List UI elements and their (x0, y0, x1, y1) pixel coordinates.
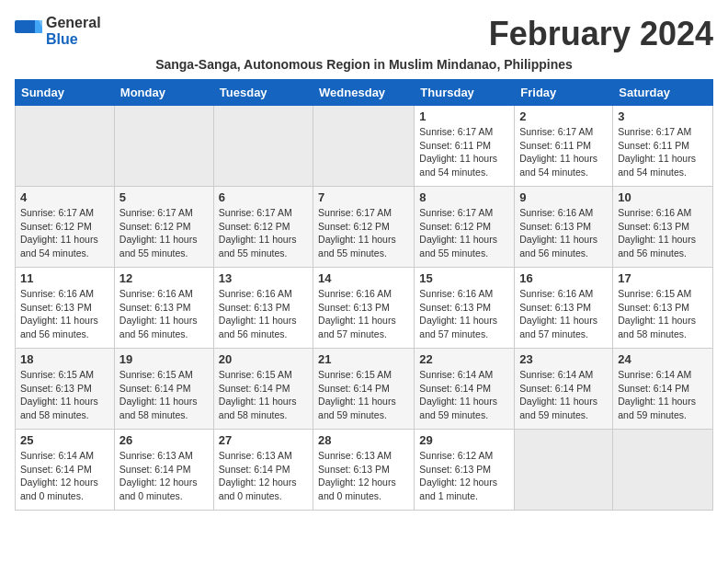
day-number: 12 (119, 271, 209, 285)
column-header-sunday: Sunday (16, 80, 115, 106)
day-info: Sunrise: 6:17 AM Sunset: 6:11 PM Dayligh… (519, 125, 608, 179)
calendar-cell: 7Sunrise: 6:17 AM Sunset: 6:12 PM Daylig… (313, 187, 415, 268)
day-number: 29 (419, 433, 509, 447)
day-info: Sunrise: 6:17 AM Sunset: 6:12 PM Dayligh… (119, 206, 209, 260)
day-info: Sunrise: 6:17 AM Sunset: 6:11 PM Dayligh… (618, 125, 708, 179)
day-number: 13 (219, 271, 308, 285)
calendar-cell (515, 430, 613, 511)
calendar-cell: 28Sunrise: 6:13 AM Sunset: 6:13 PM Dayli… (313, 430, 415, 511)
column-header-thursday: Thursday (415, 80, 515, 106)
day-info: Sunrise: 6:17 AM Sunset: 6:12 PM Dayligh… (419, 206, 509, 260)
day-info: Sunrise: 6:17 AM Sunset: 6:11 PM Dayligh… (419, 125, 509, 179)
logo-icon (15, 20, 42, 42)
day-number: 4 (20, 190, 109, 204)
day-number: 28 (318, 433, 409, 447)
day-number: 23 (519, 352, 608, 366)
calendar-cell: 15Sunrise: 6:16 AM Sunset: 6:13 PM Dayli… (415, 268, 515, 349)
column-header-friday: Friday (515, 80, 613, 106)
calendar-cell: 10Sunrise: 6:16 AM Sunset: 6:13 PM Dayli… (613, 187, 713, 268)
day-info: Sunrise: 6:14 AM Sunset: 6:14 PM Dayligh… (618, 368, 708, 422)
day-number: 10 (618, 190, 708, 204)
calendar-cell: 21Sunrise: 6:15 AM Sunset: 6:14 PM Dayli… (313, 349, 415, 430)
day-number: 14 (318, 271, 409, 285)
day-number: 15 (419, 271, 509, 285)
day-info: Sunrise: 6:15 AM Sunset: 6:13 PM Dayligh… (618, 287, 708, 341)
day-info: Sunrise: 6:16 AM Sunset: 6:13 PM Dayligh… (519, 287, 608, 341)
day-info: Sunrise: 6:13 AM Sunset: 6:14 PM Dayligh… (219, 449, 308, 503)
column-header-saturday: Saturday (613, 80, 713, 106)
day-number: 25 (20, 433, 109, 447)
day-info: Sunrise: 6:16 AM Sunset: 6:13 PM Dayligh… (119, 287, 209, 341)
day-info: Sunrise: 6:17 AM Sunset: 6:12 PM Dayligh… (318, 206, 409, 260)
week-row: 18Sunrise: 6:15 AM Sunset: 6:13 PM Dayli… (16, 349, 713, 430)
week-row: 11Sunrise: 6:16 AM Sunset: 6:13 PM Dayli… (16, 268, 713, 349)
day-info: Sunrise: 6:16 AM Sunset: 6:13 PM Dayligh… (318, 287, 409, 341)
day-number: 26 (119, 433, 209, 447)
calendar-cell: 4Sunrise: 6:17 AM Sunset: 6:12 PM Daylig… (16, 187, 115, 268)
calendar-cell: 16Sunrise: 6:16 AM Sunset: 6:13 PM Dayli… (515, 268, 613, 349)
day-number: 18 (20, 352, 109, 366)
calendar-cell: 9Sunrise: 6:16 AM Sunset: 6:13 PM Daylig… (515, 187, 613, 268)
day-info: Sunrise: 6:16 AM Sunset: 6:13 PM Dayligh… (618, 206, 708, 260)
calendar-table: SundayMondayTuesdayWednesdayThursdayFrid… (15, 79, 713, 511)
day-number: 16 (519, 271, 608, 285)
day-number: 19 (119, 352, 209, 366)
calendar-cell: 26Sunrise: 6:13 AM Sunset: 6:14 PM Dayli… (114, 430, 213, 511)
logo: General Blue (15, 15, 101, 47)
day-number: 6 (219, 190, 308, 204)
day-info: Sunrise: 6:17 AM Sunset: 6:12 PM Dayligh… (20, 206, 109, 260)
day-info: Sunrise: 6:13 AM Sunset: 6:14 PM Dayligh… (119, 449, 209, 503)
day-info: Sunrise: 6:15 AM Sunset: 6:14 PM Dayligh… (219, 368, 308, 422)
calendar-cell: 23Sunrise: 6:14 AM Sunset: 6:14 PM Dayli… (515, 349, 613, 430)
day-info: Sunrise: 6:15 AM Sunset: 6:14 PM Dayligh… (119, 368, 209, 422)
week-row: 4Sunrise: 6:17 AM Sunset: 6:12 PM Daylig… (16, 187, 713, 268)
calendar-cell: 27Sunrise: 6:13 AM Sunset: 6:14 PM Dayli… (213, 430, 313, 511)
day-number: 9 (519, 190, 608, 204)
day-info: Sunrise: 6:16 AM Sunset: 6:13 PM Dayligh… (419, 287, 509, 341)
calendar-header: SundayMondayTuesdayWednesdayThursdayFrid… (16, 80, 713, 106)
calendar-subtitle: Sanga-Sanga, Autonomous Region in Muslim… (15, 57, 713, 72)
day-info: Sunrise: 6:14 AM Sunset: 6:14 PM Dayligh… (519, 368, 608, 422)
week-row: 25Sunrise: 6:14 AM Sunset: 6:14 PM Dayli… (16, 430, 713, 511)
calendar-cell: 18Sunrise: 6:15 AM Sunset: 6:13 PM Dayli… (16, 349, 115, 430)
day-number: 5 (119, 190, 209, 204)
day-number: 27 (219, 433, 308, 447)
calendar-cell: 20Sunrise: 6:15 AM Sunset: 6:14 PM Dayli… (213, 349, 313, 430)
day-number: 11 (20, 271, 109, 285)
calendar-cell: 3Sunrise: 6:17 AM Sunset: 6:11 PM Daylig… (613, 106, 713, 187)
page-header: General Blue February 2024 (15, 15, 713, 53)
day-number: 2 (519, 109, 608, 123)
calendar-cell: 13Sunrise: 6:16 AM Sunset: 6:13 PM Dayli… (213, 268, 313, 349)
day-number: 3 (618, 109, 708, 123)
week-row: 1Sunrise: 6:17 AM Sunset: 6:11 PM Daylig… (16, 106, 713, 187)
calendar-cell: 29Sunrise: 6:12 AM Sunset: 6:13 PM Dayli… (415, 430, 515, 511)
calendar-cell: 24Sunrise: 6:14 AM Sunset: 6:14 PM Dayli… (613, 349, 713, 430)
day-info: Sunrise: 6:15 AM Sunset: 6:14 PM Dayligh… (318, 368, 409, 422)
day-number: 17 (618, 271, 708, 285)
calendar-cell: 25Sunrise: 6:14 AM Sunset: 6:14 PM Dayli… (16, 430, 115, 511)
day-info: Sunrise: 6:12 AM Sunset: 6:13 PM Dayligh… (419, 449, 509, 503)
calendar-cell (613, 430, 713, 511)
calendar-cell (213, 106, 313, 187)
calendar-cell: 8Sunrise: 6:17 AM Sunset: 6:12 PM Daylig… (415, 187, 515, 268)
calendar-cell: 17Sunrise: 6:15 AM Sunset: 6:13 PM Dayli… (613, 268, 713, 349)
calendar-cell: 6Sunrise: 6:17 AM Sunset: 6:12 PM Daylig… (213, 187, 313, 268)
day-number: 20 (219, 352, 308, 366)
day-info: Sunrise: 6:15 AM Sunset: 6:13 PM Dayligh… (20, 368, 109, 422)
column-header-tuesday: Tuesday (213, 80, 313, 106)
day-info: Sunrise: 6:16 AM Sunset: 6:13 PM Dayligh… (519, 206, 608, 260)
calendar-cell: 1Sunrise: 6:17 AM Sunset: 6:11 PM Daylig… (415, 106, 515, 187)
day-info: Sunrise: 6:14 AM Sunset: 6:14 PM Dayligh… (20, 449, 109, 503)
calendar-cell: 22Sunrise: 6:14 AM Sunset: 6:14 PM Dayli… (415, 349, 515, 430)
month-title: February 2024 (489, 15, 713, 53)
day-number: 8 (419, 190, 509, 204)
day-number: 7 (318, 190, 409, 204)
calendar-cell: 5Sunrise: 6:17 AM Sunset: 6:12 PM Daylig… (114, 187, 213, 268)
calendar-cell (16, 106, 115, 187)
calendar-cell (313, 106, 415, 187)
logo-text: General Blue (46, 15, 101, 47)
column-header-monday: Monday (114, 80, 213, 106)
calendar-cell: 14Sunrise: 6:16 AM Sunset: 6:13 PM Dayli… (313, 268, 415, 349)
calendar-cell: 19Sunrise: 6:15 AM Sunset: 6:14 PM Dayli… (114, 349, 213, 430)
calendar-cell: 2Sunrise: 6:17 AM Sunset: 6:11 PM Daylig… (515, 106, 613, 187)
